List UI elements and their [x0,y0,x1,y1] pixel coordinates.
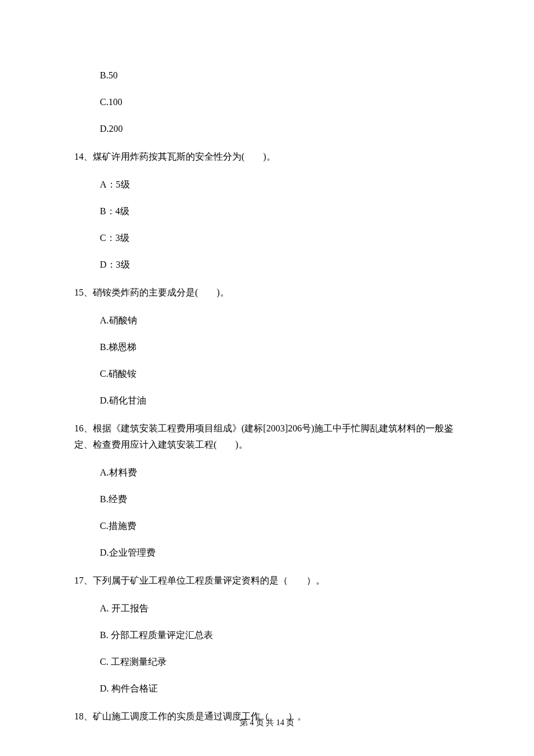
option-16a: A.材料费 [100,466,460,480]
question-13-partial: B.50 C.100 D.200 [74,69,460,136]
question-14-text: 14、煤矿许用炸药按其瓦斯的安全性分为( )。 [74,149,460,165]
option-15c: C.硝酸铵 [100,367,460,381]
question-17: 17、下列属于矿业工程单位工程质量评定资料的是（ ）。 A. 开工报告 B. 分… [74,573,460,696]
option-17a: A. 开工报告 [100,602,460,615]
option-17b: B. 分部工程质量评定汇总表 [100,628,460,642]
question-14: 14、煤矿许用炸药按其瓦斯的安全性分为( )。 A：5级 B：4级 C：3级 D… [74,149,460,272]
option-14b: B：4级 [100,204,460,218]
option-16b: B.经费 [100,492,460,506]
option-15a: A.硝酸钠 [100,314,460,327]
question-17-text: 17、下列属于矿业工程单位工程质量评定资料的是（ ）。 [74,573,460,589]
option-15d: D.硝化甘油 [100,394,460,408]
question-15-text: 15、硝铵类炸药的主要成分是( )。 [74,285,460,301]
option-17d: D. 构件合格证 [100,682,460,696]
option-14d: D：3级 [100,258,460,272]
question-15: 15、硝铵类炸药的主要成分是( )。 A.硝酸钠 B.梯恩梯 C.硝酸铵 D.硝… [74,285,460,408]
page-footer: 第 4 页 共 14 页 [0,718,534,728]
question-16-text: 16、根据《建筑安装工程费用项目组成》(建标[2003]206号)施工中手忙脚乱… [74,420,460,453]
option-13d: D.200 [100,122,460,136]
option-14a: A：5级 [100,178,460,192]
option-13c: C.100 [100,95,460,109]
option-16c: C.措施费 [100,519,460,533]
option-16d: D.企业管理费 [100,546,460,560]
option-15b: B.梯恩梯 [100,340,460,354]
option-13b: B.50 [100,69,460,82]
option-14c: C：3级 [100,231,460,245]
option-17c: C. 工程测量纪录 [100,655,460,669]
question-16: 16、根据《建筑安装工程费用项目组成》(建标[2003]206号)施工中手忙脚乱… [74,420,460,560]
